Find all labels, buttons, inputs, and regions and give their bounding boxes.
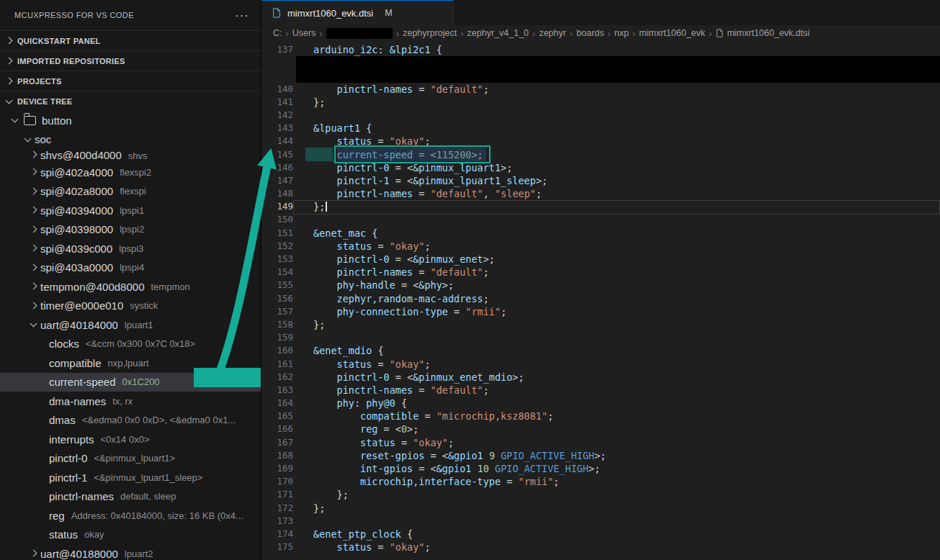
line-number[interactable]: 175 (261, 541, 293, 554)
line-number[interactable]: 155 (261, 279, 293, 292)
tree-item-status[interactable]: statusokay (0, 525, 261, 545)
line-number[interactable]: 147 (261, 174, 293, 187)
line-number[interactable]: 167 (261, 436, 293, 449)
tree-item-spi-403a0000[interactable]: spi@403a0000lpspi4 (0, 258, 261, 278)
line-number[interactable]: 144 (261, 135, 293, 148)
code-line[interactable]: 151&enet_mac { (261, 227, 940, 240)
breadcrumb-item[interactable]: Users (292, 28, 316, 38)
tree-item-uart-40188000[interactable]: uart@40188000lpuart2 (0, 544, 261, 560)
code-line[interactable]: 154 pinctrl-names = "default"; (261, 266, 940, 279)
line-number[interactable]: 158 (261, 318, 293, 331)
chevron-right-icon[interactable] (27, 204, 40, 217)
breadcrumb-item[interactable]: C: (273, 28, 282, 38)
line-number[interactable]: 165 (261, 410, 293, 423)
line-number[interactable]: 157 (261, 305, 293, 318)
code-line[interactable]: 168 reset-gpios = <&gpio1 9 GPIO_ACTIVE_… (261, 449, 940, 462)
chevron-right-icon[interactable] (27, 223, 40, 236)
line-number[interactable]: 140 (261, 83, 293, 96)
line-number[interactable]: 174 (261, 528, 293, 541)
code-line[interactable]: 163 pinctrl-names = "default"; (261, 384, 940, 397)
breadcrumb-item[interactable]: boards (576, 28, 604, 38)
code-line[interactable]: 165 compatible = "microchip,ksz8081"; (261, 410, 940, 423)
code-line[interactable]: 170 microchip,interface-type = "rmii"; (261, 475, 940, 488)
line-number[interactable]: 163 (261, 384, 293, 397)
line-number[interactable]: 170 (261, 475, 293, 488)
breadcrumb-item[interactable]: zephyr_v4_1_0 (467, 28, 529, 38)
code-line[interactable]: 157 phy-connection-type = "rmii"; (261, 305, 940, 318)
sidebar-section-quickstart-panel[interactable]: QUICKSTART PANEL (0, 30, 261, 50)
code-line[interactable]: 171 }; (261, 488, 940, 501)
tree-item-spi-40394000[interactable]: spi@40394000lpspi1 (0, 201, 261, 220)
code-line[interactable]: 164 phy: phy@0 { (261, 397, 940, 410)
code-line[interactable]: 140 pinctrl-names = "default"; (261, 83, 940, 96)
breadcrumb-item[interactable]: zephyrproject (403, 28, 457, 38)
sidebar-section-imported-repositories[interactable]: IMPORTED REPOSITORIES (0, 50, 261, 71)
line-number[interactable]: 160 (261, 344, 293, 357)
line-number[interactable]: 142 (261, 109, 293, 122)
code-line[interactable]: 166 reg = <0>; (261, 423, 940, 435)
code-line[interactable]: 172}; (261, 502, 940, 515)
chevron-right-icon[interactable] (3, 75, 16, 88)
code-line[interactable]: 174&enet_ptp_clock { (261, 528, 940, 541)
code-line[interactable]: 153 pinctrl-0 = <&pinmux_enet>; (261, 253, 940, 266)
code-line[interactable]: 175 status = "okay"; (261, 541, 940, 554)
line-number[interactable]: 150 (261, 213, 293, 226)
breadcrumb-item[interactable]: mimxrt1060_evk.dtsi (715, 28, 810, 38)
code-line[interactable]: 167 status = "okay"; (261, 436, 940, 449)
tree-item-compatible[interactable]: compatiblenxp,lpuart (0, 353, 261, 373)
line-number[interactable] (261, 69, 293, 82)
line-number[interactable]: 162 (261, 371, 293, 384)
tree-item-tempmon-400d8000[interactable]: tempmon@400d8000tempmon (0, 277, 261, 297)
tree-item-spi-402a4000[interactable]: spi@402a4000flexspi2 (0, 163, 261, 182)
line-number[interactable]: 172 (261, 502, 293, 515)
code-line[interactable]: 150 (261, 213, 940, 226)
code-editor[interactable]: 137arduino_i2c: &lpi2c1 {140 pinctrl-nam… (261, 41, 940, 560)
chevron-down-icon[interactable] (3, 95, 16, 108)
tree-item-spi-40398000[interactable]: spi@40398000lpspi2 (0, 220, 261, 240)
tree-item-uart-40184000[interactable]: uart@40184000lpuart1 (0, 315, 261, 335)
code-line[interactable]: 161 status = "okay"; (261, 358, 940, 371)
chevron-down-icon[interactable] (9, 114, 22, 127)
line-number[interactable]: 145 (261, 148, 293, 161)
line-number[interactable]: 153 (261, 253, 293, 266)
tree-item-soc[interactable]: soc (0, 130, 261, 150)
chevron-right-icon[interactable] (27, 261, 40, 274)
code-line[interactable]: 155 phy-handle = <&phy>; (261, 279, 940, 292)
line-number[interactable]: 169 (261, 462, 293, 475)
code-line[interactable]: 173 (261, 515, 940, 528)
line-number[interactable] (261, 56, 293, 69)
tree-item-pinctrl-1[interactable]: pinctrl-1<&pinmux_lpuart1_sleep> (0, 468, 261, 487)
tree-item-spi-402a8000[interactable]: spi@402a8000flexspi (0, 182, 261, 202)
line-number[interactable]: 154 (261, 266, 293, 279)
chevron-down-icon[interactable] (22, 133, 35, 146)
tree-item-timer-e000e010[interactable]: timer@e000e010systick (0, 297, 261, 316)
code-line[interactable]: 148 pinctrl-names = "default", "sleep"; (261, 187, 940, 200)
chevron-right-icon[interactable] (3, 55, 16, 68)
code-line[interactable]: 147 pinctrl-1 = <&pinmux_lpuart1_sleep>; (261, 174, 940, 187)
code-line[interactable]: 143&lpuart1 { (261, 122, 940, 135)
tree-item-interrupts[interactable]: interrupts<0x14 0x0> (0, 430, 261, 449)
chevron-right-icon[interactable] (27, 299, 40, 312)
line-number[interactable]: 137 (261, 43, 293, 56)
code-line[interactable]: 142 (261, 109, 940, 122)
editor-tab[interactable]: mimxrt1060_evk.dtsi M (261, 0, 454, 25)
chevron-right-icon[interactable] (27, 547, 40, 560)
line-number[interactable]: 156 (261, 292, 293, 305)
chevron-right-icon[interactable] (27, 166, 40, 179)
chevron-right-icon[interactable] (27, 280, 40, 293)
tree-item-shvs-400d4000[interactable]: shvs@400d4000shvs (0, 149, 261, 163)
line-number[interactable]: 159 (261, 331, 293, 344)
line-number[interactable]: 151 (261, 227, 293, 240)
code-line[interactable]: 141}; (261, 96, 940, 109)
line-number[interactable]: 164 (261, 397, 293, 410)
chevron-right-icon[interactable] (27, 242, 40, 255)
code-line[interactable]: 137arduino_i2c: &lpi2c1 { (261, 43, 940, 56)
code-line[interactable]: 160&enet_mdio { (261, 344, 940, 357)
tree-item-current-speed[interactable]: current-speed0x1C200 (0, 373, 261, 392)
tree-item-pinctrl-names[interactable]: pinctrl-namesdefault, sleep (0, 487, 261, 507)
breadcrumb-item[interactable]: mimxrt1060_evk (639, 28, 705, 38)
line-number[interactable]: 161 (261, 358, 293, 371)
breadcrumb-item[interactable]: zephyr (539, 28, 566, 38)
sidebar-section-device-tree[interactable]: DEVICE TREE (0, 91, 261, 111)
more-actions-icon[interactable]: ··· (235, 9, 249, 22)
